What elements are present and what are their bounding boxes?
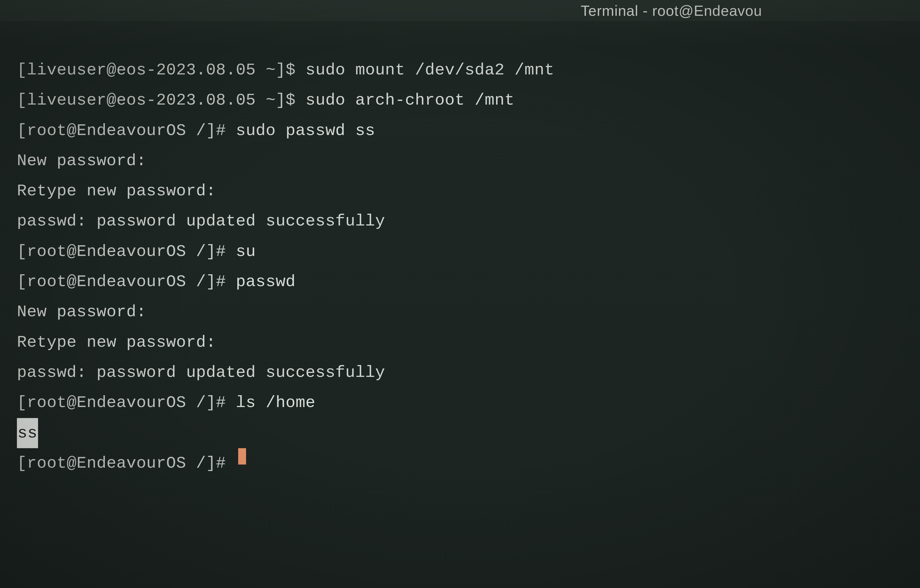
ls-output-item: ss bbox=[17, 418, 38, 448]
terminal-line: [liveuser@eos-2023.08.05 ~]$ sudo arch-c… bbox=[17, 85, 903, 115]
terminal-line: New password: bbox=[17, 297, 903, 327]
terminal-line: passwd: password updated successfully bbox=[17, 357, 903, 387]
shell-command: sudo arch-chroot /mnt bbox=[306, 85, 514, 115]
shell-output: New password: bbox=[17, 146, 146, 176]
terminal-cursor bbox=[238, 448, 246, 465]
shell-output: Retype new password: bbox=[17, 176, 216, 206]
terminal-line: [root@EndeavourOS /]# sudo passwd ss bbox=[17, 115, 903, 146]
terminal-line: Retype new password: bbox=[17, 176, 903, 206]
shell-output: New password: bbox=[17, 297, 146, 327]
shell-command: su bbox=[236, 236, 256, 267]
terminal-output-area[interactable]: [liveuser@eos-2023.08.05 ~]$ sudo mount … bbox=[0, 21, 920, 495]
shell-command: passwd bbox=[236, 267, 296, 297]
shell-prompt: [root@EndeavourOS /]# bbox=[17, 115, 236, 146]
terminal-line: passwd: password updated successfully bbox=[17, 206, 903, 236]
shell-prompt: [root@EndeavourOS /]# bbox=[17, 387, 236, 418]
terminal-line: Retype new password: bbox=[17, 327, 903, 357]
terminal-line: [liveuser@eos-2023.08.05 ~]$ sudo mount … bbox=[17, 55, 903, 85]
shell-prompt: [liveuser@eos-2023.08.05 ~]$ bbox=[17, 55, 306, 85]
terminal-line: [root@EndeavourOS /]# bbox=[17, 448, 903, 478]
shell-prompt: [liveuser@eos-2023.08.05 ~]$ bbox=[17, 85, 306, 115]
shell-command: sudo mount /dev/sda2 /mnt bbox=[306, 55, 554, 85]
terminal-line: ss bbox=[17, 418, 903, 448]
terminal-line: [root@EndeavourOS /]# ls /home bbox=[17, 387, 903, 418]
shell-command: sudo passwd ss bbox=[236, 115, 375, 146]
terminal-line: [root@EndeavourOS /]# su bbox=[17, 236, 903, 267]
shell-command: ls /home bbox=[236, 387, 316, 418]
terminal-line: New password: bbox=[17, 146, 903, 176]
terminal-window: Terminal - root@Endeavou [liveuser@eos-2… bbox=[0, 0, 920, 588]
shell-output: passwd: password updated successfully bbox=[17, 357, 385, 387]
shell-prompt: [root@EndeavourOS /]# bbox=[17, 267, 236, 297]
window-titlebar: Terminal - root@Endeavou bbox=[0, 0, 920, 21]
shell-output: Retype new password: bbox=[17, 327, 216, 357]
shell-prompt: [root@EndeavourOS /]# bbox=[17, 448, 236, 478]
window-title: Terminal - root@Endeavou bbox=[581, 2, 762, 19]
shell-output: passwd: password updated successfully bbox=[17, 206, 385, 236]
shell-prompt: [root@EndeavourOS /]# bbox=[17, 236, 236, 267]
terminal-line: [root@EndeavourOS /]# passwd bbox=[17, 267, 903, 297]
